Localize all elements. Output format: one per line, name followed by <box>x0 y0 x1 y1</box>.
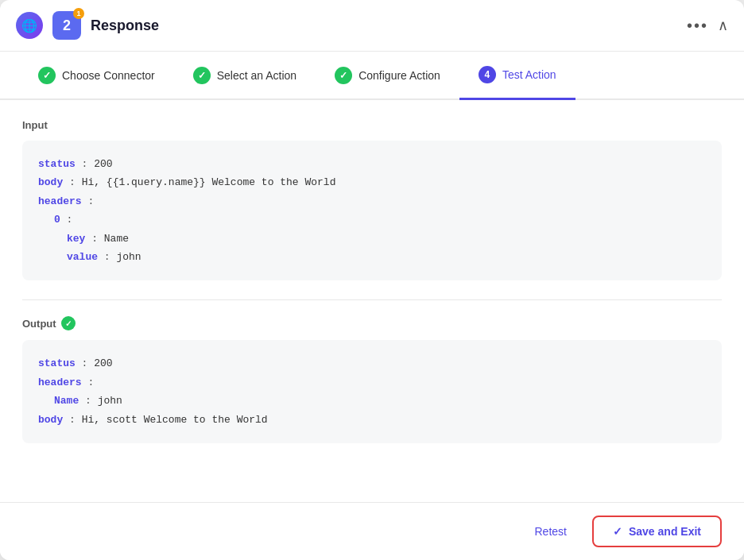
input-code-block: status : 200 body : Hi, {{1.query.name}}… <box>22 141 722 280</box>
modal-title: Response <box>91 17 677 34</box>
modal-header: 🌐 2 1 Response ••• ∧ <box>0 0 744 52</box>
save-check-icon: ✓ <box>613 525 622 538</box>
step-test-action[interactable]: 4 Test Action <box>459 52 575 100</box>
output-success-icon: ✓ <box>61 316 76 330</box>
input-row-body: body : Hi, {{1.query.name}} Welcome to t… <box>38 173 706 191</box>
step-label: Choose Connector <box>62 69 155 82</box>
modal-footer: Retest ✓ Save and Exit <box>0 502 744 560</box>
input-row-value: value : john <box>38 248 706 266</box>
globe-icon: 🌐 <box>16 12 43 39</box>
output-row-name: Name : john <box>38 392 706 410</box>
step-number-icon: 4 <box>479 66 496 83</box>
step-label: Select an Action <box>217 69 296 82</box>
step-badge: 2 1 <box>52 11 81 40</box>
step-label: Configure Action <box>358 69 440 82</box>
step-check-icon: ✓ <box>335 67 352 84</box>
step-check-icon: ✓ <box>193 67 211 84</box>
output-section-label: Output ✓ <box>22 316 722 330</box>
output-row-body: body : Hi, scott Welcome to the World <box>38 411 706 429</box>
more-options-icon[interactable]: ••• <box>687 17 708 35</box>
input-row-key: key : Name <box>38 230 706 248</box>
steps-nav: ✓ Choose Connector ✓ Select an Action ✓ … <box>0 52 744 100</box>
input-row-status: status : 200 <box>38 155 706 173</box>
retest-button[interactable]: Retest <box>521 519 579 544</box>
step-select-action[interactable]: ✓ Select an Action <box>174 52 316 98</box>
section-divider <box>22 299 722 300</box>
input-section-label: Input <box>22 119 722 131</box>
main-content: Input status : 200 body : Hi, {{1.query.… <box>0 100 744 502</box>
save-exit-label: Save and Exit <box>629 525 701 538</box>
step-configure-action[interactable]: ✓ Configure Action <box>316 52 459 98</box>
header-actions: ••• ∧ <box>687 17 728 35</box>
modal-container: 🌐 2 1 Response ••• ∧ ✓ Choose Connector … <box>0 0 744 560</box>
step-check-icon: ✓ <box>38 67 56 84</box>
output-row-headers: headers : <box>38 373 706 392</box>
save-exit-button[interactable]: ✓ Save and Exit <box>592 516 722 547</box>
notification-badge: 1 <box>73 8 84 19</box>
collapse-icon[interactable]: ∧ <box>718 17 728 34</box>
output-code-block: status : 200 headers : Name : john body … <box>22 340 722 443</box>
step-label: Test Action <box>502 68 556 81</box>
input-row-headers: headers : <box>38 192 706 210</box>
step-choose-connector[interactable]: ✓ Choose Connector <box>19 52 174 98</box>
input-row-headers-0: 0 : <box>38 210 706 229</box>
output-row-status: status : 200 <box>38 354 706 373</box>
